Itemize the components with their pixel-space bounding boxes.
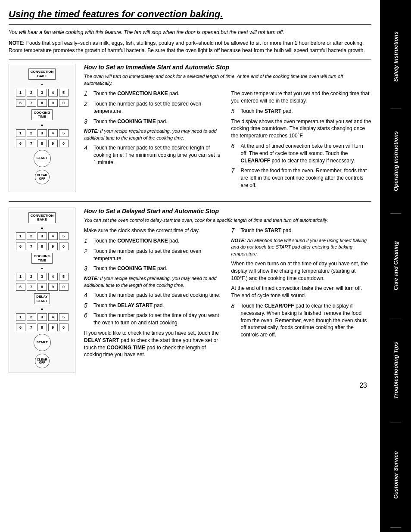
num-btn-30[interactable]: 0 xyxy=(59,283,68,291)
step-text-1-5: Touch the START pad. xyxy=(241,108,293,115)
clear-off-btn[interactable]: CLEAROFF xyxy=(35,170,50,184)
num-btn-0[interactable]: 0 xyxy=(59,99,68,107)
plain-1-1: The oven temperature that you set and th… xyxy=(231,90,372,105)
num-btn-31[interactable]: 1 xyxy=(16,273,25,280)
step-1-4: 4 Touch the number pads to set the desir… xyxy=(84,144,224,166)
num-btn-1[interactable]: 1 xyxy=(16,89,25,96)
arrow4: ▲ xyxy=(12,266,72,270)
num-btn-24[interactable]: 4 xyxy=(48,232,58,240)
start-btn-2[interactable]: START xyxy=(34,334,51,351)
num-btn-19[interactable]: 9 xyxy=(48,140,58,147)
convection-bake-btn[interactable]: CONVECTIONBAKE xyxy=(28,68,56,79)
note-text: NOTE: Foods that spoil easily–such as mi… xyxy=(9,40,371,54)
sidebar-care[interactable]: Care and Cleaning xyxy=(390,214,401,318)
num-btn-3[interactable]: 3 xyxy=(37,89,47,96)
num-btn-35[interactable]: 5 xyxy=(59,273,68,280)
step-1-7: 7 Remove the food from the oven. Remembe… xyxy=(231,167,372,189)
num-btn-8[interactable]: 8 xyxy=(37,99,47,107)
step-2-3: 3 Touch the COOKING TIME pad. xyxy=(84,265,224,272)
section2-block: CONVECTIONBAKE ▲ 1 2 3 4 5 6 7 8 9 0 COO… xyxy=(9,208,371,373)
num-btn-34[interactable]: 4 xyxy=(48,273,58,280)
num-btn-21[interactable]: 1 xyxy=(16,232,25,240)
num-row-3: 1 2 3 4 5 xyxy=(16,129,68,137)
num-btn-7[interactable]: 7 xyxy=(27,99,36,107)
delay-start-btn[interactable]: DELAYSTART xyxy=(34,293,50,304)
num-btn-14[interactable]: 4 xyxy=(48,129,58,137)
num-btn-41[interactable]: 1 xyxy=(16,313,25,321)
num-btn-29[interactable]: 9 xyxy=(48,243,58,250)
num-btn-6[interactable]: 6 xyxy=(16,99,25,107)
num-btn-9[interactable]: 9 xyxy=(48,99,58,107)
num-btn-48[interactable]: 8 xyxy=(37,324,47,331)
page-title: Using the timed features for convection … xyxy=(9,9,371,20)
note-body: Foods that spoil easily–such as milk, eg… xyxy=(9,40,365,53)
step-1-3: 3 Touch the COOKING TIME pad. xyxy=(84,118,224,125)
num-row-1: 1 2 3 4 5 xyxy=(16,89,68,96)
sidebar-label-care: Care and Cleaning xyxy=(392,241,399,290)
num-btn-4[interactable]: 4 xyxy=(48,89,58,96)
convection-bake-btn-2[interactable]: CONVECTIONBAKE xyxy=(28,212,56,223)
section2-instructions: How to Set a Delayed Start and Automatic… xyxy=(84,208,371,373)
sidebar-troubleshooting[interactable]: Troubleshooting Tips xyxy=(390,318,401,423)
num-btn-36[interactable]: 6 xyxy=(16,283,25,291)
num-btn-11[interactable]: 1 xyxy=(16,129,25,137)
num-btn-17[interactable]: 7 xyxy=(27,140,36,147)
sidebar-label-troubleshooting: Troubleshooting Tips xyxy=(392,342,399,399)
step-text-2-2: Touch the number pads to set the desired… xyxy=(93,248,224,262)
section1-two-col: 1 Touch the CONVECTION BAKE pad. 2 Touch… xyxy=(84,90,371,192)
num-btn-47[interactable]: 7 xyxy=(27,324,36,331)
section2-two-col: Make sure the clock shows the correct ti… xyxy=(84,227,371,361)
num-btn-2[interactable]: 2 xyxy=(27,89,36,96)
step-text-2-3: Touch the COOKING TIME pad. xyxy=(93,265,167,272)
num-btn-40[interactable]: 0 xyxy=(59,324,68,331)
num-btn-18[interactable]: 8 xyxy=(37,140,47,147)
sidebar-operating[interactable]: Operating Instructions xyxy=(390,109,401,214)
arrow1: ▲ xyxy=(12,82,72,86)
num-btn-43[interactable]: 3 xyxy=(37,313,47,321)
num-btn-39[interactable]: 9 xyxy=(48,283,58,291)
sidebar-customer[interactable]: Customer Service xyxy=(390,423,401,528)
num-btn-37[interactable]: 7 xyxy=(27,283,36,291)
num-btn-28[interactable]: 8 xyxy=(37,243,47,250)
num-btn-10[interactable]: 0 xyxy=(59,140,68,147)
num-row-8: 6 7 8 9 0 xyxy=(16,283,68,291)
cooking-time-btn-2[interactable]: COOKINGTIME xyxy=(31,253,52,264)
num-btn-45[interactable]: 5 xyxy=(59,313,68,321)
num-btn-25[interactable]: 5 xyxy=(59,232,68,240)
num-btn-12[interactable]: 2 xyxy=(27,129,36,137)
num-btn-22[interactable]: 2 xyxy=(27,232,36,240)
cooking-time-btn[interactable]: COOKINGTIME xyxy=(31,109,52,120)
num-btn-27[interactable]: 7 xyxy=(27,243,36,250)
start-btn[interactable]: START xyxy=(34,150,51,167)
sidebar-safety[interactable]: Safety Instructions xyxy=(390,4,401,109)
num-btn-49[interactable]: 9 xyxy=(48,324,58,331)
num-btn-16[interactable]: 6 xyxy=(16,140,25,147)
num-btn-38[interactable]: 8 xyxy=(37,283,47,291)
num-btn-15[interactable]: 5 xyxy=(59,129,68,137)
num-btn-42[interactable]: 2 xyxy=(27,313,36,321)
step-text-2-5: Touch the DELAY START pad. xyxy=(93,302,164,309)
step-text-1-1: Touch the CONVECTION BAKE pad. xyxy=(93,90,179,97)
section-divider xyxy=(9,201,371,202)
num-btn-33[interactable]: 3 xyxy=(37,273,47,280)
clear-off-btn-2[interactable]: CLEAROFF xyxy=(35,354,50,368)
num-btn-23[interactable]: 3 xyxy=(37,232,47,240)
num-btn-46[interactable]: 6 xyxy=(16,324,25,331)
step-text-2-7: Touch the START pad. xyxy=(241,227,293,234)
num-btn-32[interactable]: 2 xyxy=(27,273,36,280)
sidebar: Safety Instructions Operating Instructio… xyxy=(380,0,411,532)
step-2-4: 4 Touch the number pads to set the desir… xyxy=(84,292,224,299)
step-2-6: 6 Touch the number pads to set the time … xyxy=(84,312,224,327)
plain-2-4: At the end of timed convection bake the … xyxy=(231,285,372,299)
num-btn-13[interactable]: 3 xyxy=(37,129,47,137)
step-1-5: 5 Touch the START pad. xyxy=(231,108,372,115)
note-inline-1: NOTE: If your recipe requires preheating… xyxy=(84,128,224,141)
num-btn-5[interactable]: 5 xyxy=(59,89,68,96)
step-num-1-7: 7 xyxy=(231,167,238,174)
num-btn-26[interactable]: 6 xyxy=(16,243,25,250)
num-btn-20[interactable]: 0 xyxy=(59,243,68,250)
num-btn-44[interactable]: 4 xyxy=(48,313,58,321)
step-num-2-2: 2 xyxy=(84,248,91,255)
section1-instructions: How to Set an Immediate Start and Automa… xyxy=(84,64,371,192)
num-row-2: 6 7 8 9 0 xyxy=(16,99,68,107)
